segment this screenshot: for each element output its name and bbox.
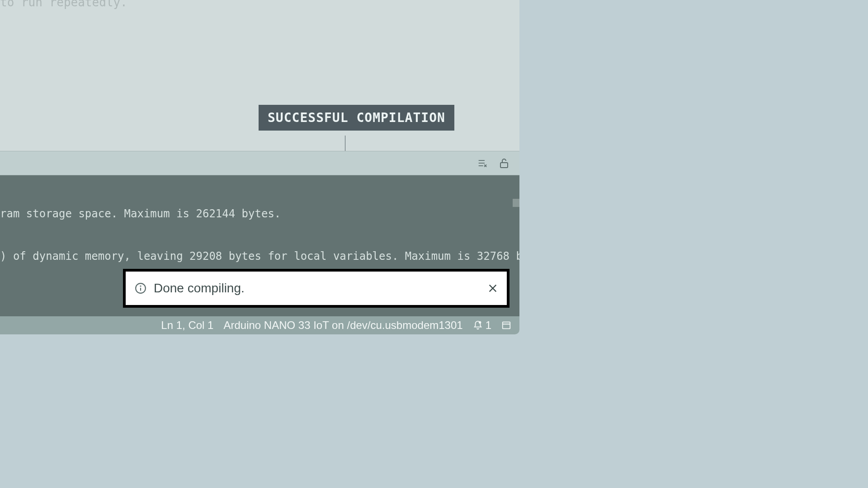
info-icon	[135, 282, 146, 294]
output-scrollbar[interactable]	[513, 199, 519, 207]
panel-icon	[501, 320, 511, 330]
output-line: ) of dynamic memory, leaving 29208 bytes…	[0, 249, 519, 263]
success-callout-badge: SUCCESSFUL COMPILATION	[259, 105, 454, 131]
board-port-label[interactable]: Arduino NANO 33 IoT on /dev/cu.usbmodem1…	[223, 319, 462, 332]
svg-rect-5	[500, 163, 508, 168]
output-header-bar	[0, 151, 519, 175]
cursor-position[interactable]: Ln 1, Col 1	[161, 319, 213, 332]
bell-icon	[473, 320, 483, 330]
ide-window: to run repeatedly. SUCCESSFUL COMPILATIO…	[0, 0, 519, 334]
status-bar: Ln 1, Col 1 Arduino NANO 33 IoT on /dev/…	[0, 316, 519, 334]
code-text: to run repeatedly.	[0, 0, 127, 9]
svg-point-8	[140, 286, 141, 286]
notifications-button[interactable]: 1	[473, 319, 491, 332]
svg-point-11	[478, 321, 481, 324]
panel-toggle-button[interactable]	[501, 320, 511, 330]
svg-rect-12	[503, 322, 510, 329]
close-icon[interactable]	[488, 283, 498, 293]
notification-count: 1	[486, 319, 491, 332]
toast-highlight-frame: Done compiling.	[123, 269, 509, 308]
toast-message: Done compiling.	[154, 281, 481, 296]
clear-output-icon[interactable]	[476, 157, 489, 169]
unlock-icon[interactable]	[498, 157, 510, 169]
output-line: ram storage space. Maximum is 262144 byt…	[0, 207, 519, 221]
compile-done-toast: Done compiling.	[126, 272, 507, 305]
